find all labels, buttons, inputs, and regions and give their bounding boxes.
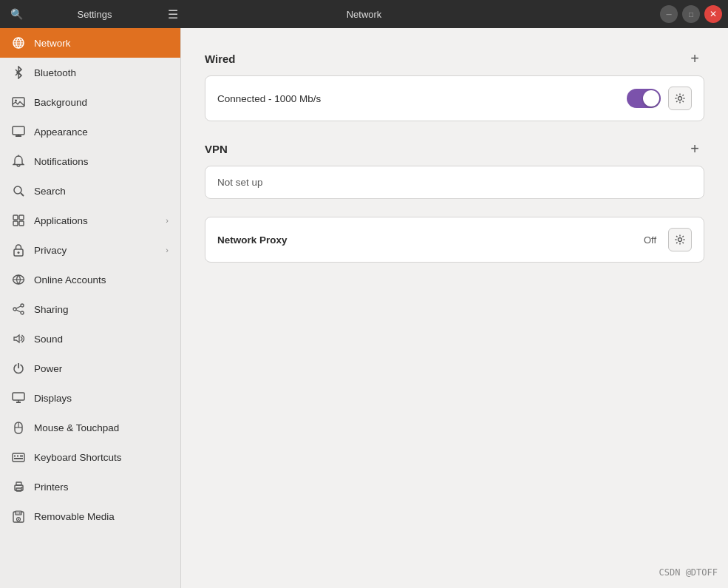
svg-rect-33	[21, 455, 23, 456]
svg-rect-43	[19, 512, 21, 514]
proxy-status: Off	[644, 234, 656, 246]
hamburger-button[interactable]: ☰	[163, 4, 183, 24]
main-content: Network Bluetooth	[0, 28, 728, 588]
sidebar-item-background-label: Background	[34, 97, 169, 108]
svg-point-19	[13, 308, 16, 311]
svg-rect-39	[16, 488, 21, 491]
vpn-empty-label: Not set up	[205, 166, 704, 198]
sidebar-item-sharing-label: Sharing	[34, 304, 169, 315]
minimize-button[interactable]: ─	[660, 5, 678, 23]
vpn-card: Not set up	[205, 166, 704, 199]
vpn-section-title: VPN	[205, 143, 228, 155]
close-icon: ✕	[710, 9, 717, 19]
sidebar-item-network[interactable]: Network	[0, 28, 180, 58]
wired-add-button[interactable]: +	[685, 49, 704, 68]
proxy-label: Network Proxy	[217, 234, 636, 246]
notifications-icon	[12, 155, 25, 168]
sidebar-item-notifications-label: Notifications	[34, 156, 169, 167]
sidebar-item-online-accounts[interactable]: Online Accounts	[0, 265, 180, 294]
sidebar-item-removable-media[interactable]: Removable Media	[0, 501, 180, 531]
svg-rect-34	[14, 458, 16, 459]
svg-rect-14	[13, 221, 18, 226]
sidebar-item-sharing[interactable]: Sharing	[0, 294, 180, 324]
sidebar-item-mouse-label: Mouse & Touchpad	[34, 422, 169, 433]
search-icon: 🔍	[10, 8, 23, 20]
svg-rect-13	[19, 215, 24, 220]
svg-point-17	[18, 251, 20, 254]
titlebar-search-button[interactable]: 🔍	[6, 4, 27, 24]
sidebar-item-search[interactable]: Search	[0, 176, 180, 206]
wired-card: Connected - 1000 Mb/s	[205, 75, 704, 121]
sidebar-item-power-label: Power	[34, 363, 169, 374]
sidebar-item-sound[interactable]: Sound	[0, 324, 180, 354]
sidebar-item-privacy[interactable]: Privacy ›	[0, 235, 180, 265]
svg-point-46	[678, 97, 682, 101]
hamburger-icon: ☰	[168, 7, 178, 21]
svg-rect-6	[13, 126, 24, 135]
svg-point-5	[15, 100, 17, 102]
svg-rect-30	[14, 455, 16, 456]
svg-point-47	[678, 238, 682, 242]
svg-rect-29	[13, 453, 24, 462]
svg-point-10	[14, 186, 21, 194]
sidebar-item-printers[interactable]: Printers	[0, 472, 180, 501]
wired-settings-button[interactable]	[668, 87, 692, 110]
sidebar-item-mouse-touchpad[interactable]: Mouse & Touchpad	[0, 413, 180, 442]
wired-section: Wired + Connected - 1000 Mb/s	[205, 49, 704, 121]
maximize-button[interactable]: □	[682, 5, 700, 23]
wired-toggle-knob	[643, 90, 659, 107]
minimize-icon: ─	[666, 10, 671, 18]
sidebar-item-bluetooth[interactable]: Bluetooth	[0, 58, 180, 87]
sidebar-item-keyboard-label: Keyboard Shortcuts	[34, 452, 169, 463]
close-button[interactable]: ✕	[704, 5, 722, 23]
svg-rect-12	[13, 215, 18, 220]
sound-icon	[12, 332, 25, 345]
wired-connection-row: Connected - 1000 Mb/s	[205, 76, 704, 121]
sidebar-item-background[interactable]: Background	[0, 87, 180, 117]
sidebar-item-removable-media-label: Removable Media	[34, 511, 169, 522]
power-icon	[12, 362, 25, 375]
privacy-icon	[12, 243, 25, 257]
titlebar-network-title: Network	[347, 9, 382, 20]
network-icon	[12, 36, 25, 50]
sidebar-item-displays[interactable]: Displays	[0, 383, 180, 413]
search-sidebar-icon	[12, 184, 25, 197]
svg-rect-38	[16, 482, 21, 485]
proxy-section: Network Proxy Off	[205, 217, 704, 263]
wired-toggle[interactable]	[627, 89, 661, 108]
sidebar-item-sound-label: Sound	[34, 334, 169, 345]
settings-window: 🔍 Settings ☰ Network ─ □ ✕	[0, 0, 728, 588]
sidebar-item-keyboard[interactable]: Keyboard Shortcuts	[0, 442, 180, 472]
sidebar-item-search-label: Search	[34, 186, 169, 197]
sidebar-item-displays-label: Displays	[34, 393, 169, 404]
printers-icon	[12, 480, 25, 493]
privacy-chevron-icon: ›	[166, 246, 169, 254]
vpn-section: VPN + Not set up	[205, 139, 704, 199]
svg-rect-24	[13, 393, 24, 400]
svg-point-20	[21, 311, 24, 314]
wired-section-title: Wired	[205, 53, 236, 65]
sidebar-item-notifications[interactable]: Notifications	[0, 146, 180, 176]
titlebar: 🔍 Settings ☰ Network ─ □ ✕	[0, 0, 728, 28]
sidebar-item-power[interactable]: Power	[0, 354, 180, 383]
sidebar-item-network-label: Network	[34, 38, 169, 49]
titlebar-settings-title: Settings	[31, 9, 158, 20]
online-accounts-icon	[12, 273, 25, 286]
sidebar-item-privacy-label: Privacy	[34, 245, 157, 256]
displays-icon	[12, 391, 25, 405]
proxy-row: Network Proxy Off	[205, 217, 704, 262]
titlebar-center: Network	[183, 9, 545, 20]
vpn-add-button[interactable]: +	[685, 139, 704, 158]
sidebar-item-appearance[interactable]: Appearance	[0, 117, 180, 146]
sharing-icon	[12, 303, 25, 316]
background-icon	[12, 95, 25, 109]
svg-point-40	[21, 487, 22, 488]
appearance-icon	[12, 125, 25, 138]
svg-point-18	[21, 304, 24, 307]
keyboard-icon	[12, 450, 25, 464]
sidebar-item-applications-label: Applications	[34, 215, 157, 226]
sidebar-item-applications[interactable]: Applications ›	[0, 206, 180, 235]
vpn-section-header: VPN +	[205, 139, 704, 158]
proxy-settings-button[interactable]	[668, 228, 692, 251]
sidebar-item-printers-label: Printers	[34, 481, 169, 493]
